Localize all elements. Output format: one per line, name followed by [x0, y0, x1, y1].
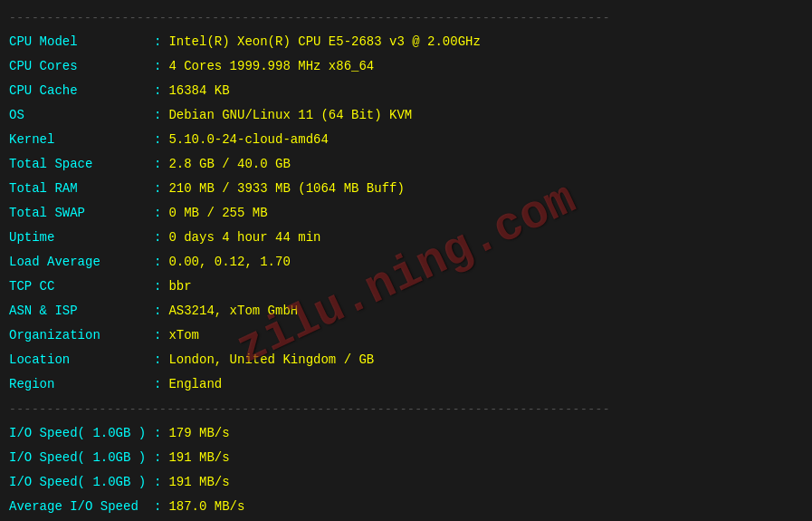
system-info-row: Total Space: 2.8 GB / 40.0 GB: [0, 152, 812, 177]
row-value: 179 MB/s: [168, 424, 229, 443]
row-label: Uptime: [9, 228, 154, 247]
system-info-row: OS: Debian GNU/Linux 11 (64 Bit) KVM: [0, 103, 812, 128]
row-separator: :: [154, 277, 161, 296]
row-separator: :: [154, 57, 161, 76]
system-info-row: Kernel: 5.10.0-24-cloud-amd64: [0, 128, 812, 152]
system-info-row: Load Average: 0.00, 0.12, 1.70: [0, 250, 812, 275]
row-separator: :: [154, 155, 161, 174]
system-info-row: CPU Cores: 4 Cores 1999.998 MHz x86_64: [0, 54, 812, 79]
row-separator: :: [154, 106, 161, 125]
row-separator: :: [154, 228, 161, 247]
row-label: TCP CC: [9, 277, 154, 296]
system-info-row: ASN & ISP: AS3214, xTom GmbH: [0, 299, 812, 323]
row-separator: :: [154, 473, 161, 492]
row-label: CPU Cores: [9, 57, 154, 76]
row-separator: :: [154, 253, 161, 272]
row-separator: :: [154, 375, 161, 394]
system-info-row: Region: England: [0, 372, 812, 397]
system-info-row: Organization: xTom: [0, 323, 812, 348]
row-separator: :: [154, 130, 161, 150]
row-separator: :: [154, 204, 161, 223]
row-value: 2.8 GB / 40.0 GB: [168, 155, 290, 174]
row-value: Intel(R) Xeon(R) CPU E5-2683 v3 @ 2.00GH…: [168, 33, 480, 52]
middle-divider: ----------------------------------------…: [0, 399, 812, 420]
row-label: Kernel: [9, 130, 154, 150]
row-label: CPU Cache: [9, 82, 154, 101]
io-info-row: I/O Speed( 1.0GB ): 191 MB/s: [0, 446, 812, 470]
row-label: CPU Model: [9, 33, 154, 52]
row-value: 210 MB / 3933 MB (1064 MB Buff): [168, 179, 404, 198]
row-separator: :: [154, 351, 161, 370]
system-info-row: Total SWAP: 0 MB / 255 MB: [0, 201, 812, 226]
row-value: AS3214, xTom GmbH: [168, 302, 298, 321]
top-divider: ----------------------------------------…: [0, 7, 812, 28]
row-separator: :: [154, 82, 161, 101]
row-value: London, United Kingdom / GB: [168, 351, 374, 370]
row-label: I/O Speed( 1.0GB ): [9, 473, 154, 492]
row-separator: :: [154, 424, 161, 443]
row-separator: :: [154, 497, 161, 516]
row-label: Load Average: [9, 253, 154, 272]
system-info-row: Uptime: 0 days 4 hour 44 min: [0, 226, 812, 250]
system-info-section: CPU Model: Intel(R) Xeon(R) CPU E5-2683 …: [0, 28, 812, 399]
io-info-row: I/O Speed( 1.0GB ): 179 MB/s: [0, 421, 812, 446]
row-value: 4 Cores 1999.998 MHz x86_64: [168, 57, 374, 76]
row-label: Average I/O Speed: [9, 497, 154, 516]
row-value: England: [168, 375, 222, 394]
row-value: 16384 KB: [168, 82, 229, 101]
row-label: I/O Speed( 1.0GB ): [9, 449, 154, 468]
io-info-row: Average I/O Speed: 187.0 MB/s: [0, 495, 812, 519]
row-separator: :: [154, 449, 161, 468]
system-info-row: CPU Cache: 16384 KB: [0, 79, 812, 103]
io-info-section: I/O Speed( 1.0GB ): 179 MB/sI/O Speed( 1…: [0, 420, 812, 521]
row-value: 0.00, 0.12, 1.70: [168, 253, 290, 272]
system-info-row: Location: London, United Kingdom / GB: [0, 348, 812, 372]
row-label: ASN & ISP: [9, 302, 154, 321]
io-info-row: I/O Speed( 1.0GB ): 191 MB/s: [0, 470, 812, 495]
row-label: Organization: [9, 326, 154, 345]
row-separator: :: [154, 179, 161, 198]
row-label: Total Space: [9, 155, 154, 174]
row-label: Region: [9, 375, 154, 394]
row-value: 191 MB/s: [168, 473, 229, 492]
row-label: Total SWAP: [9, 204, 154, 223]
row-separator: :: [154, 326, 161, 345]
row-label: I/O Speed( 1.0GB ): [9, 424, 154, 443]
row-label: OS: [9, 106, 154, 125]
row-label: Location: [9, 351, 154, 370]
system-info-row: CPU Model: Intel(R) Xeon(R) CPU E5-2683 …: [0, 30, 812, 54]
row-label: Total RAM: [9, 179, 154, 198]
row-value: xTom: [168, 326, 199, 345]
row-value: 0 days 4 hour 44 min: [168, 228, 320, 247]
row-value: 187.0 MB/s: [168, 497, 244, 516]
row-value: 191 MB/s: [168, 449, 229, 468]
row-value: bbr: [168, 277, 191, 296]
row-separator: :: [154, 33, 161, 52]
row-value: Debian GNU/Linux 11 (64 Bit) KVM: [168, 106, 412, 125]
system-info-row: TCP CC: bbr: [0, 275, 812, 299]
row-value: 5.10.0-24-cloud-amd64: [168, 130, 328, 150]
row-value: 0 MB / 255 MB: [168, 204, 267, 223]
system-info-row: Total RAM: 210 MB / 3933 MB (1064 MB Buf…: [0, 177, 812, 201]
row-separator: :: [154, 302, 161, 321]
